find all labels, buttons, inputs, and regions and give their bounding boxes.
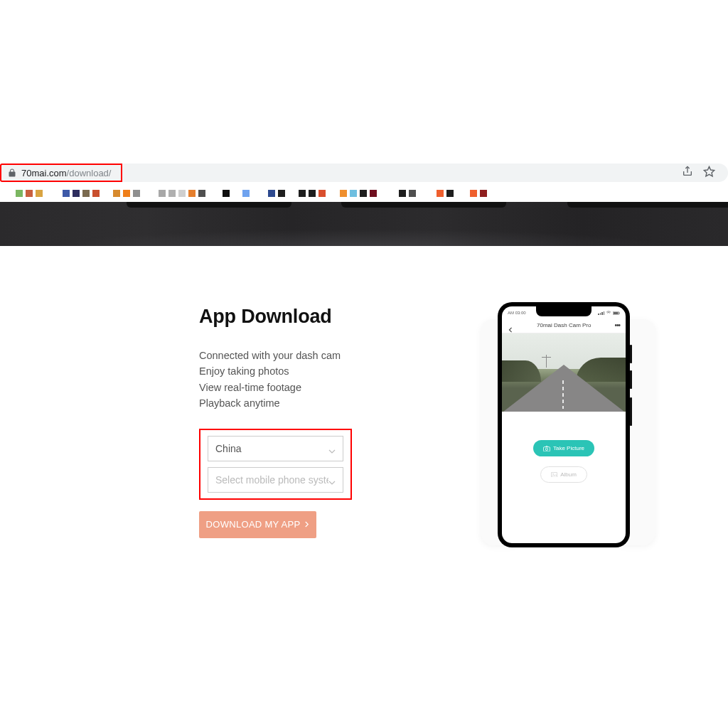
svg-rect-2 [614, 311, 619, 314]
bookmark-item[interactable] [82, 190, 90, 197]
bookmark-item[interactable] [309, 190, 316, 197]
download-app-button[interactable]: DOWNLOAD MY APP [199, 511, 316, 538]
status-time: AM 03:00 [508, 311, 526, 315]
take-picture-button[interactable]: Take Picture [533, 440, 594, 456]
phone-notch [536, 306, 592, 316]
bookmark-item[interactable] [168, 190, 176, 197]
hero-card [341, 202, 506, 208]
image-icon [551, 472, 557, 478]
chevron-down-icon [328, 445, 336, 452]
feature-line: Enjoy taking photos [199, 363, 398, 379]
bookmark-item[interactable] [36, 190, 43, 197]
svg-rect-3 [619, 312, 620, 314]
hero-card [127, 202, 291, 208]
bookmark-item[interactable] [268, 190, 275, 197]
bookmark-item[interactable] [159, 190, 166, 197]
lock-icon [9, 168, 16, 177]
chevron-right-icon [304, 519, 309, 530]
bookmark-item[interactable] [318, 190, 326, 197]
bookmark-item[interactable] [242, 190, 250, 197]
bookmark-item[interactable] [232, 190, 240, 197]
features-list: Connected with your dash camEnjoy taking… [199, 348, 398, 412]
country-select-value: China [215, 443, 242, 454]
svg-marker-0 [704, 166, 714, 176]
bookmark-item[interactable] [350, 190, 357, 197]
hero-card [567, 202, 728, 208]
bookmark-item[interactable] [16, 190, 23, 197]
bookmark-item[interactable] [409, 190, 416, 197]
bookmark-item[interactable] [480, 190, 487, 197]
bookmark-item[interactable] [26, 190, 33, 197]
album-label: Album [560, 471, 577, 478]
bookmark-item[interactable] [133, 190, 140, 197]
url-highlight-box: 70mai.com/download/ [0, 164, 122, 182]
bookmark-item[interactable] [437, 190, 444, 197]
system-select[interactable]: Select mobile phone system [208, 467, 343, 493]
bookmark-item[interactable] [188, 190, 196, 197]
bookmark-item[interactable] [470, 190, 477, 197]
share-icon[interactable] [682, 166, 693, 180]
camera-icon [543, 446, 550, 451]
battery-icon [613, 311, 620, 315]
bookmark-item[interactable] [223, 190, 230, 197]
album-button[interactable]: Album [540, 466, 587, 483]
download-button-label: DOWNLOAD MY APP [206, 519, 301, 530]
feature-line: View real-time footage [199, 380, 398, 395]
more-icon[interactable]: ••• [614, 321, 620, 329]
bookmark-item[interactable] [299, 190, 306, 197]
bookmark-item[interactable] [370, 190, 377, 197]
app-header: 70mai Dash Cam Pro ••• [502, 318, 626, 333]
address-bar-right [122, 164, 728, 182]
hero-band [0, 202, 728, 246]
bookmark-item[interactable] [198, 190, 205, 197]
wifi-icon [606, 311, 611, 315]
bookmark-item[interactable] [113, 190, 120, 197]
bookmark-item[interactable] [178, 190, 186, 197]
feature-line: Playback anytime [199, 395, 398, 411]
url-text[interactable]: 70mai.com/download/ [21, 168, 111, 178]
bookmark-item[interactable] [63, 190, 70, 197]
country-select[interactable]: China [208, 436, 343, 461]
bookmark-item[interactable] [340, 190, 347, 197]
phone-mockup: AM 03:00 70mai Dash Cam Pro ••• [498, 302, 630, 547]
bookmark-item[interactable] [446, 190, 454, 197]
svg-rect-4 [543, 446, 550, 451]
signal-icon [598, 311, 604, 315]
system-select-placeholder: Select mobile phone system [215, 474, 328, 486]
take-picture-label: Take Picture [553, 445, 584, 451]
selects-highlight-box: China Select mobile phone system [199, 429, 352, 500]
bookmark-item[interactable] [399, 190, 406, 197]
app-title: 70mai Dash Cam Pro [537, 322, 591, 328]
bookmark-item[interactable] [73, 190, 80, 197]
bookmark-item[interactable] [123, 190, 130, 197]
page-title: App Download [199, 306, 398, 328]
star-icon[interactable] [703, 166, 715, 181]
back-icon[interactable] [508, 323, 513, 328]
bookmark-item[interactable] [278, 190, 285, 197]
bookmark-item[interactable] [360, 190, 367, 197]
svg-point-5 [545, 448, 547, 450]
chevron-down-icon [328, 476, 336, 483]
svg-point-7 [552, 473, 554, 474]
bookmark-item[interactable] [92, 190, 100, 197]
bookmarks-bar[interactable] [0, 185, 728, 202]
camera-preview [502, 333, 626, 412]
feature-line: Connected with your dash cam [199, 348, 398, 363]
